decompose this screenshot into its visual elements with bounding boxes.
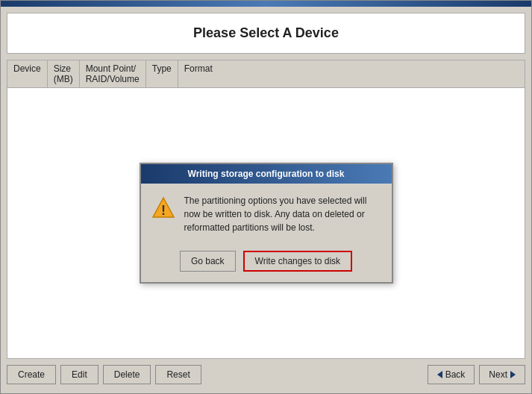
title-bar bbox=[1, 1, 531, 7]
edit-button[interactable]: Edit bbox=[60, 365, 98, 384]
reset-button[interactable]: Reset bbox=[155, 365, 201, 384]
write-changes-button[interactable]: Write changes to disk bbox=[243, 251, 353, 272]
bottom-bar: Create Edit Delete Reset Back Next bbox=[7, 359, 525, 387]
write-config-dialog: Writing storage configuration to disk ! … bbox=[140, 163, 393, 284]
delete-button[interactable]: Delete bbox=[103, 365, 151, 384]
svg-text:!: ! bbox=[161, 203, 166, 218]
go-back-button[interactable]: Go back bbox=[180, 251, 236, 272]
col-device: Device bbox=[7, 60, 48, 87]
back-label: Back bbox=[445, 369, 466, 380]
main-window: Please Select A Device Device Size(MB) M… bbox=[0, 0, 532, 394]
back-arrow-icon bbox=[437, 371, 442, 378]
back-button[interactable]: Back bbox=[428, 365, 475, 384]
bottom-left-buttons: Create Edit Delete Reset bbox=[7, 365, 201, 384]
bottom-right-buttons: Back Next bbox=[428, 365, 525, 384]
content-area: Please Select A Device Device Size(MB) M… bbox=[1, 7, 531, 393]
dialog-title: Writing storage configuration to disk bbox=[141, 164, 392, 184]
main-panel: Writing storage configuration to disk ! … bbox=[7, 87, 525, 359]
dialog-message: The partitioning options you have select… bbox=[184, 194, 381, 234]
dialog-buttons: Go back Write changes to disk bbox=[141, 245, 392, 282]
col-type: Type bbox=[146, 60, 178, 87]
page-title-box: Please Select A Device bbox=[7, 13, 525, 54]
next-label: Next bbox=[489, 369, 507, 380]
dialog-body: ! The partitioning options you have sele… bbox=[141, 184, 392, 245]
warning-icon: ! bbox=[151, 196, 175, 219]
col-format: Format bbox=[178, 60, 219, 87]
page-title: Please Select A Device bbox=[193, 25, 339, 40]
next-arrow-icon bbox=[510, 371, 516, 378]
create-button[interactable]: Create bbox=[7, 365, 56, 384]
col-mount: Mount Point/RAID/Volume bbox=[80, 60, 146, 87]
dialog-overlay: Writing storage configuration to disk ! … bbox=[7, 88, 525, 358]
table-header: Device Size(MB) Mount Point/RAID/Volume … bbox=[7, 60, 525, 87]
col-size: Size(MB) bbox=[48, 60, 80, 87]
next-button[interactable]: Next bbox=[479, 365, 525, 384]
